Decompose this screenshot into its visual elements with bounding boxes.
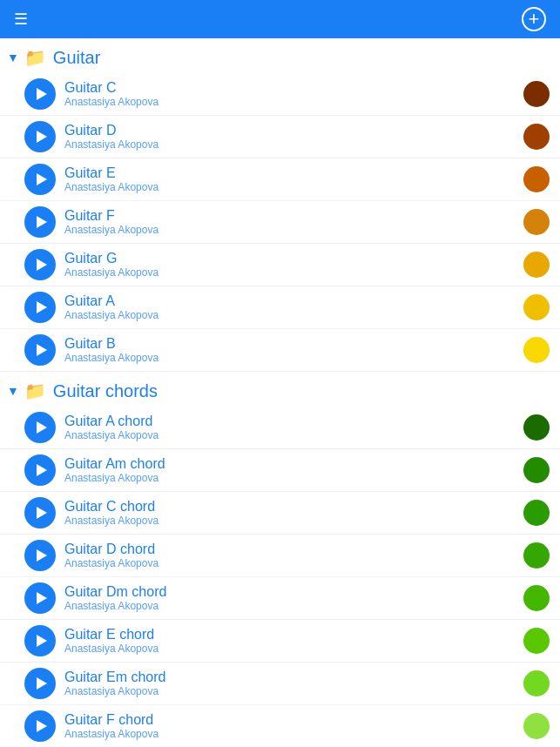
- item-name: Guitar D chord: [64, 542, 523, 557]
- item-author: Anastasiya Akopova: [64, 429, 523, 441]
- color-dot: [523, 457, 550, 483]
- app-header: ☰ +: [0, 0, 560, 38]
- item-text: Guitar E Anastasiya Akopova: [64, 165, 523, 193]
- color-dot: [523, 500, 550, 526]
- sound-item: Guitar A chord Anastasiya Akopova: [0, 407, 560, 449]
- item-text: Guitar E chord Anastasiya Akopova: [64, 627, 523, 655]
- play-button[interactable]: [24, 625, 56, 656]
- sound-item: Guitar D Anastasiya Akopova: [0, 116, 560, 158]
- add-icon: +: [529, 10, 540, 29]
- item-name: Guitar F chord: [64, 712, 523, 728]
- play-button[interactable]: [24, 582, 56, 614]
- sound-item: Guitar E chord Anastasiya Akopova: [0, 620, 560, 663]
- sound-item: Guitar E Anastasiya Akopova: [0, 158, 560, 201]
- folder-icon: 📁: [24, 380, 46, 401]
- color-dot: [523, 81, 550, 107]
- item-name: Guitar Am chord: [64, 456, 523, 472]
- sound-item: Guitar C chord Anastasiya Akopova: [0, 492, 560, 535]
- item-text: Guitar F Anastasiya Akopova: [64, 208, 523, 236]
- item-name: Guitar F: [64, 208, 523, 224]
- sound-item: Guitar Dm chord Anastasiya Akopova: [0, 577, 560, 620]
- chevron-icon: ▼: [7, 384, 19, 398]
- item-author: Anastasiya Akopova: [64, 643, 523, 655]
- play-button[interactable]: [24, 78, 56, 110]
- item-text: Guitar D chord Anastasiya Akopova: [64, 542, 523, 569]
- color-dot: [523, 414, 550, 441]
- item-text: Guitar G Anastasiya Akopova: [64, 251, 523, 279]
- play-button[interactable]: [24, 121, 56, 152]
- item-name: Guitar Dm chord: [64, 584, 523, 600]
- play-button[interactable]: [24, 710, 56, 742]
- play-button[interactable]: [24, 334, 56, 366]
- play-button[interactable]: [24, 249, 56, 280]
- item-author: Anastasiya Akopova: [64, 472, 523, 484]
- color-dot: [523, 628, 550, 654]
- color-dot: [523, 124, 550, 150]
- item-author: Anastasiya Akopova: [64, 600, 523, 612]
- section-title: Guitar chords: [53, 381, 158, 401]
- section-header-guitar[interactable]: ▼ 📁 Guitar: [0, 38, 560, 73]
- sound-item: Guitar F Anastasiya Akopova: [0, 201, 560, 244]
- play-button[interactable]: [24, 164, 56, 195]
- item-text: Guitar A chord Anastasiya Akopova: [64, 414, 523, 441]
- item-name: Guitar A: [64, 293, 523, 309]
- chevron-icon: ▼: [7, 50, 19, 64]
- play-button[interactable]: [24, 540, 56, 571]
- item-text: Guitar Dm chord Anastasiya Akopova: [64, 584, 523, 612]
- color-dot: [523, 252, 550, 278]
- item-author: Anastasiya Akopova: [64, 557, 523, 569]
- item-text: Guitar D Anastasiya Akopova: [64, 123, 523, 151]
- item-text: Guitar Em chord Anastasiya Akopova: [64, 670, 523, 697]
- item-author: Anastasiya Akopova: [64, 138, 523, 151]
- add-button[interactable]: +: [522, 7, 546, 31]
- sound-item: Guitar G Anastasiya Akopova: [0, 244, 560, 286]
- item-author: Anastasiya Akopova: [64, 224, 523, 236]
- color-dot: [523, 585, 550, 611]
- sound-item: Guitar Em chord Anastasiya Akopova: [0, 663, 560, 705]
- play-button[interactable]: [24, 292, 56, 323]
- item-text: Guitar C chord Anastasiya Akopova: [64, 499, 523, 527]
- play-button[interactable]: [24, 497, 56, 528]
- color-dot: [523, 670, 550, 697]
- sound-item: Guitar C Anastasiya Akopova: [0, 73, 560, 116]
- item-text: Guitar F chord Anastasiya Akopova: [64, 712, 523, 740]
- folder-icon: 📁: [24, 47, 46, 68]
- color-dot: [523, 542, 550, 569]
- color-dot: [523, 209, 550, 235]
- item-author: Anastasiya Akopova: [64, 181, 523, 193]
- item-author: Anastasiya Akopova: [64, 309, 523, 321]
- play-button[interactable]: [24, 412, 56, 443]
- sound-item: Guitar Am chord Anastasiya Akopova: [0, 449, 560, 492]
- item-name: Guitar E: [64, 165, 523, 181]
- sound-item: Guitar F chord Anastasiya Akopova: [0, 705, 560, 747]
- play-button[interactable]: [24, 206, 56, 238]
- sound-item: Guitar D chord Anastasiya Akopova: [0, 535, 560, 577]
- play-button[interactable]: [24, 454, 56, 486]
- item-name: Guitar B: [64, 336, 523, 352]
- color-dot: [523, 337, 550, 363]
- item-author: Anastasiya Akopova: [64, 685, 523, 697]
- item-name: Guitar A chord: [64, 414, 523, 429]
- item-name: Guitar C: [64, 80, 523, 96]
- section-title: Guitar: [53, 48, 100, 68]
- play-button[interactable]: [24, 668, 56, 699]
- item-text: Guitar C Anastasiya Akopova: [64, 80, 523, 108]
- item-name: Guitar E chord: [64, 627, 523, 643]
- item-text: Guitar A Anastasiya Akopova: [64, 293, 523, 321]
- content-area: ▼ 📁 Guitar Guitar C Anastasiya Akopova G…: [0, 38, 560, 747]
- color-dot: [523, 166, 550, 192]
- item-author: Anastasiya Akopova: [64, 96, 523, 108]
- item-author: Anastasiya Akopova: [64, 266, 523, 279]
- color-dot: [523, 713, 550, 739]
- item-author: Anastasiya Akopova: [64, 515, 523, 527]
- item-author: Anastasiya Akopova: [64, 728, 523, 740]
- item-text: Guitar Am chord Anastasiya Akopova: [64, 456, 523, 484]
- item-name: Guitar D: [64, 123, 523, 138]
- sound-item: Guitar B Anastasiya Akopova: [0, 329, 560, 372]
- menu-icon[interactable]: ☰: [14, 10, 28, 29]
- color-dot: [523, 294, 550, 320]
- sound-item: Guitar A Anastasiya Akopova: [0, 286, 560, 329]
- item-name: Guitar C chord: [64, 499, 523, 515]
- item-author: Anastasiya Akopova: [64, 352, 523, 364]
- section-header-guitar-chords[interactable]: ▼ 📁 Guitar chords: [0, 372, 560, 407]
